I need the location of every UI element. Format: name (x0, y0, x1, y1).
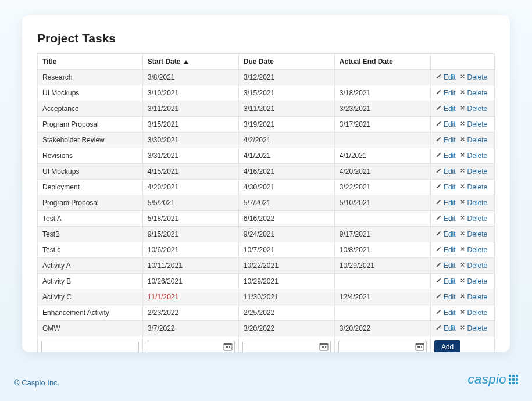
cell-start: 4/15/2021 (142, 164, 238, 180)
cell-start: 3/30/2021 (142, 133, 238, 148)
delete-link[interactable]: Delete (459, 246, 488, 254)
x-icon (459, 89, 467, 97)
delete-link[interactable]: Delete (459, 199, 488, 207)
cell-actions: EditDelete (430, 242, 494, 258)
delete-link[interactable]: Delete (459, 230, 488, 238)
table-row: Enhancement Activity2/23/20222/25/2022Ed… (38, 305, 495, 321)
table-row: Test A5/18/20216/16/2022EditDelete (38, 211, 495, 227)
cell-start: 10/26/2021 (142, 274, 238, 289)
delete-link[interactable]: Delete (459, 262, 488, 270)
x-icon (459, 230, 467, 238)
x-icon (459, 183, 467, 191)
add-title-input[interactable] (41, 341, 139, 352)
delete-link[interactable]: Delete (459, 183, 488, 191)
delete-link[interactable]: Delete (459, 324, 488, 332)
edit-link[interactable]: Edit (435, 246, 456, 254)
cell-due: 4/16/2021 (238, 164, 334, 180)
col-header-actual[interactable]: Actual End Date (334, 54, 430, 70)
edit-link[interactable]: Edit (435, 183, 456, 191)
cell-title: Stakeholder Review (38, 133, 143, 148)
table-row: Deployment4/20/20214/30/20213/22/2021Edi… (38, 180, 495, 195)
cell-title: Activity A (38, 258, 143, 274)
col-header-title[interactable]: Title (38, 54, 143, 70)
cell-title: Test A (38, 211, 143, 227)
cell-actions: EditDelete (430, 180, 494, 195)
delete-link[interactable]: Delete (459, 136, 488, 144)
cell-due: 11/30/2021 (238, 289, 334, 305)
cell-title: Acceptance (38, 101, 143, 117)
copyright-link[interactable]: © Caspio Inc. (14, 378, 59, 387)
pencil-icon (435, 120, 444, 128)
edit-link[interactable]: Edit (435, 167, 456, 176)
delete-link[interactable]: Delete (459, 293, 488, 301)
edit-link[interactable]: Edit (435, 230, 456, 238)
edit-link[interactable]: Edit (435, 293, 456, 301)
cell-due: 4/2/2021 (238, 133, 334, 148)
edit-link[interactable]: Edit (435, 120, 456, 128)
x-icon (459, 214, 467, 223)
x-icon (459, 167, 467, 176)
cell-start: 3/10/2021 (142, 85, 238, 101)
edit-link[interactable]: Edit (435, 324, 456, 332)
pencil-icon (435, 183, 444, 191)
footer: © Caspio Inc. caspio (14, 372, 518, 387)
cell-actions: EditDelete (430, 101, 494, 117)
cell-start: 9/15/2021 (142, 227, 238, 242)
x-icon (459, 309, 467, 317)
cell-due: 3/19/2021 (238, 117, 334, 133)
delete-link[interactable]: Delete (459, 120, 488, 128)
delete-link[interactable]: Delete (459, 89, 488, 97)
add-button[interactable]: Add (434, 340, 460, 352)
cell-actual (334, 274, 430, 289)
delete-link[interactable]: Delete (459, 73, 488, 81)
table-row: Research3/8/20213/12/2021EditDelete (38, 70, 495, 85)
cell-actions: EditDelete (430, 133, 494, 148)
x-icon (459, 293, 467, 301)
cell-start: 3/8/2021 (142, 70, 238, 85)
add-due-input[interactable] (242, 341, 331, 352)
cell-due: 3/11/2021 (238, 101, 334, 117)
table-row: Stakeholder Review3/30/20214/2/2021EditD… (38, 133, 495, 148)
table-row: Program Proposal3/15/20213/19/20213/17/2… (38, 117, 495, 133)
pencil-icon (435, 309, 444, 317)
edit-link[interactable]: Edit (435, 309, 456, 317)
tasks-table: Title Start Date Due Date Actual End Dat… (37, 53, 495, 352)
cell-start: 4/20/2021 (142, 180, 238, 195)
add-start-input[interactable] (147, 341, 235, 352)
cell-title: GMW (38, 321, 143, 336)
pencil-icon (435, 230, 444, 238)
cell-start: 3/15/2021 (142, 117, 238, 133)
edit-link[interactable]: Edit (435, 262, 456, 270)
cell-actual (334, 211, 430, 227)
edit-link[interactable]: Edit (435, 89, 456, 97)
cell-actions: EditDelete (430, 305, 494, 321)
pencil-icon (435, 136, 444, 144)
cell-actions: EditDelete (430, 195, 494, 211)
cell-actual: 3/23/2021 (334, 101, 430, 117)
col-header-due[interactable]: Due Date (238, 54, 334, 70)
cell-title: Activity B (38, 274, 143, 289)
cell-due: 10/29/2021 (238, 274, 334, 289)
cell-actions: EditDelete (430, 117, 494, 133)
delete-link[interactable]: Delete (459, 277, 488, 285)
edit-link[interactable]: Edit (435, 136, 456, 144)
x-icon (459, 73, 467, 81)
delete-link[interactable]: Delete (459, 309, 488, 317)
edit-link[interactable]: Edit (435, 214, 456, 223)
x-icon (459, 120, 467, 128)
edit-link[interactable]: Edit (435, 152, 456, 160)
cell-title: UI Mockups (38, 164, 143, 180)
edit-link[interactable]: Edit (435, 199, 456, 207)
add-actual-input[interactable] (338, 341, 427, 352)
edit-link[interactable]: Edit (435, 73, 456, 81)
cell-title: Program Proposal (38, 117, 143, 133)
delete-link[interactable]: Delete (459, 105, 488, 113)
x-icon (459, 246, 467, 254)
edit-link[interactable]: Edit (435, 105, 456, 113)
delete-link[interactable]: Delete (459, 167, 488, 176)
delete-link[interactable]: Delete (459, 152, 488, 160)
table-row: TestB9/15/20219/24/20219/17/2021EditDele… (38, 227, 495, 242)
col-header-start[interactable]: Start Date (142, 54, 238, 70)
delete-link[interactable]: Delete (459, 214, 488, 223)
edit-link[interactable]: Edit (435, 277, 456, 285)
